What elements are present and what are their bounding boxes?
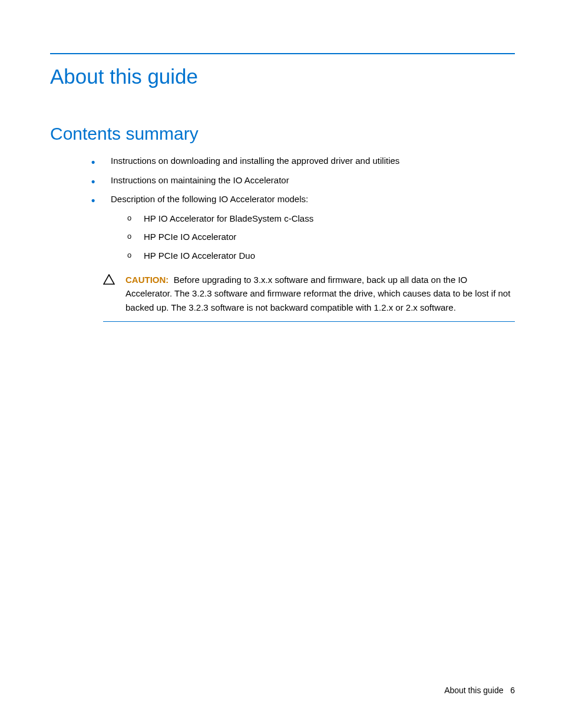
caution-body: Before upgrading to 3.x.x software and f… [125,275,510,312]
caution-triangle-icon [103,274,115,287]
list-item: Instructions on maintaining the IO Accel… [91,174,515,187]
sub-list-item: HP PCIe IO Accelerator [127,230,515,244]
list-item-text: Description of the following IO Accelera… [111,194,308,204]
list-item-text: Instructions on downloading and installi… [111,156,399,166]
list-item: Instructions on downloading and installi… [91,154,515,168]
list-item: Description of the following IO Accelera… [91,193,515,262]
sub-list-item-text: HP IO Accelerator for BladeSystem c-Clas… [144,213,313,223]
top-rule [50,53,515,54]
caution-text: CAUTION: Before upgrading to 3.x.x softw… [125,273,515,314]
page-footer: About this guide 6 [444,686,515,695]
sub-list-item-text: HP PCIe IO Accelerator Duo [144,251,255,261]
sub-list: HP IO Accelerator for BladeSystem c-Clas… [111,212,515,263]
section-title: Contents summary [50,124,515,144]
bullet-list: Instructions on downloading and installi… [50,154,515,262]
sub-list-item: HP PCIe IO Accelerator Duo [127,249,515,263]
sub-list-item: HP IO Accelerator for BladeSystem c-Clas… [127,212,515,226]
page-title: About this guide [50,65,515,88]
caution-label: CAUTION: [125,275,168,285]
footer-page-number: 6 [510,686,515,695]
footer-section: About this guide [444,686,503,695]
list-item-text: Instructions on maintaining the IO Accel… [111,175,289,185]
caution-block: CAUTION: Before upgrading to 3.x.x softw… [103,273,515,322]
sub-list-item-text: HP PCIe IO Accelerator [144,232,236,242]
